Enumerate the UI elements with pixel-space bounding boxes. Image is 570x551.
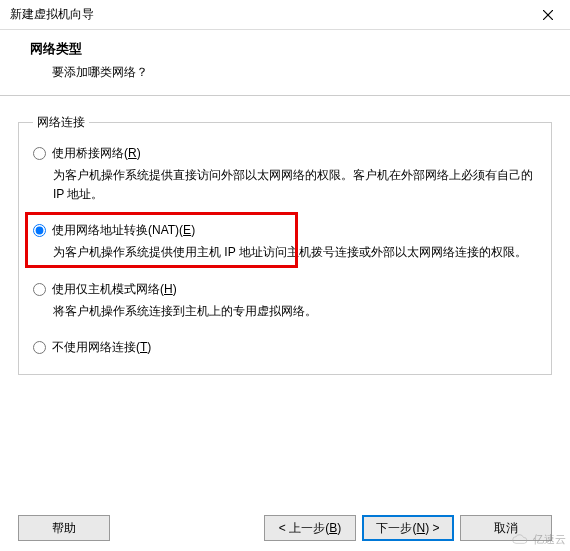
close-button[interactable] — [534, 4, 562, 26]
back-button[interactable]: < 上一步(B) — [264, 515, 356, 541]
radio-hostonly-label: 使用仅主机模式网络(H) — [52, 281, 177, 298]
window-title: 新建虚拟机向导 — [10, 6, 94, 23]
page-subheading: 要添加哪类网络？ — [52, 64, 550, 81]
radio-bridged[interactable]: 使用桥接网络(R) — [33, 145, 537, 162]
network-group: 网络连接 使用桥接网络(R) 为客户机操作系统提供直接访问外部以太网网络的权限。… — [18, 114, 552, 375]
radio-nat[interactable]: 使用网络地址转换(NAT)(E) — [33, 222, 537, 239]
option-bridged-desc: 为客户机操作系统提供直接访问外部以太网网络的权限。客户机在外部网络上必须有自己的… — [53, 166, 537, 204]
wizard-button-bar: 帮助 < 上一步(B) 下一步(N) > 取消 — [0, 515, 570, 541]
radio-bridged-input[interactable] — [33, 147, 46, 160]
page-heading: 网络类型 — [30, 40, 550, 58]
radio-nat-input[interactable] — [33, 224, 46, 237]
radio-hostonly[interactable]: 使用仅主机模式网络(H) — [33, 281, 537, 298]
radio-nat-label: 使用网络地址转换(NAT)(E) — [52, 222, 195, 239]
radio-none-input[interactable] — [33, 341, 46, 354]
watermark: 亿速云 — [511, 532, 566, 547]
titlebar: 新建虚拟机向导 — [0, 0, 570, 30]
option-bridged: 使用桥接网络(R) 为客户机操作系统提供直接访问外部以太网网络的权限。客户机在外… — [33, 145, 537, 204]
option-nat-desc: 为客户机操作系统提供使用主机 IP 地址访问主机拨号连接或外部以太网网络连接的权… — [53, 243, 537, 262]
option-hostonly-desc: 将客户机操作系统连接到主机上的专用虚拟网络。 — [53, 302, 537, 321]
option-none: 不使用网络连接(T) — [33, 339, 537, 356]
group-legend: 网络连接 — [33, 114, 89, 131]
option-hostonly: 使用仅主机模式网络(H) 将客户机操作系统连接到主机上的专用虚拟网络。 — [33, 281, 537, 321]
close-icon — [543, 10, 553, 20]
radio-bridged-label: 使用桥接网络(R) — [52, 145, 141, 162]
next-button[interactable]: 下一步(N) > — [362, 515, 454, 541]
watermark-text: 亿速云 — [533, 532, 566, 547]
radio-none[interactable]: 不使用网络连接(T) — [33, 339, 537, 356]
cloud-icon — [511, 534, 531, 546]
wizard-header: 网络类型 要添加哪类网络？ — [0, 30, 570, 96]
help-button[interactable]: 帮助 — [18, 515, 110, 541]
option-nat: 使用网络地址转换(NAT)(E) 为客户机操作系统提供使用主机 IP 地址访问主… — [33, 222, 537, 262]
radio-none-label: 不使用网络连接(T) — [52, 339, 151, 356]
radio-hostonly-input[interactable] — [33, 283, 46, 296]
wizard-content: 网络连接 使用桥接网络(R) 为客户机操作系统提供直接访问外部以太网网络的权限。… — [0, 96, 570, 375]
